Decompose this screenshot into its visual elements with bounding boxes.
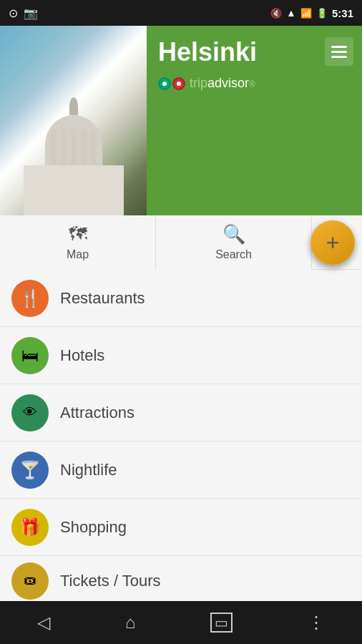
header: Helsinki tripadvisor® (0, 26, 362, 215)
nightlife-label: Nightlife (60, 461, 117, 479)
map-icon: 🗺 (69, 223, 87, 245)
status-bar: ⊙ 📷 🔇 ▲ 📶 🔋 5:31 (0, 0, 362, 26)
search-label: Search (215, 248, 252, 261)
recent-icon: ▭ (210, 613, 233, 633)
ta-circle-left (158, 77, 171, 90)
home-button[interactable]: ⌂ (118, 605, 143, 640)
tickets-icon: 🎟 (11, 562, 49, 600)
fab-add-button[interactable]: + (310, 220, 355, 265)
status-right-icons: 🔇 ▲ 📶 🔋 5:31 (270, 7, 353, 19)
status-left-icons: ⊙ 📷 (9, 6, 38, 20)
tripadvisor-text: tripadvisor® (190, 76, 255, 91)
shopping-label: Shopping (60, 518, 127, 537)
ta-circle-right (172, 77, 185, 90)
tripadvisor-logo: tripadvisor® (158, 76, 351, 91)
more-icon: ⋮ (308, 613, 325, 633)
city-title: Helsinki (158, 37, 351, 67)
search-button[interactable]: 🔍 Search (156, 215, 312, 270)
recent-button[interactable]: ▭ (203, 605, 240, 640)
clock: 5:31 (332, 7, 353, 19)
category-item-attractions[interactable]: 👁 Attractions (0, 384, 362, 441)
category-item-restaurants[interactable]: 🍴 Restaurants (0, 270, 362, 327)
city-image (0, 26, 147, 215)
fab-plus-icon: + (326, 231, 340, 254)
map-label: Map (67, 248, 89, 261)
ta-circles (158, 77, 185, 90)
restaurants-icon: 🍴 (11, 280, 49, 317)
menu-lines-icon (331, 46, 347, 58)
more-button[interactable]: ⋮ (300, 605, 332, 640)
attractions-label: Attractions (60, 404, 134, 422)
search-icon: 🔍 (222, 223, 245, 245)
map-button[interactable]: 🗺 Map (0, 215, 156, 270)
nav-bar: ◁ ⌂ ▭ ⋮ (0, 601, 362, 644)
signal-icon: 📶 (300, 8, 312, 19)
wifi-icon: ▲ (286, 7, 296, 19)
nightlife-icon: 🍸 (11, 452, 49, 489)
shopping-icon: 🎁 (11, 509, 49, 546)
camera-icon: 📷 (24, 6, 38, 20)
category-item-hotels[interactable]: 🛏 Hotels (0, 327, 362, 384)
category-item-nightlife[interactable]: 🍸 Nightlife (0, 441, 362, 499)
tickets-label: Tickets / Tours (60, 572, 161, 590)
header-info: Helsinki tripadvisor® (147, 26, 362, 215)
back-button[interactable]: ◁ (30, 605, 57, 640)
category-item-shopping[interactable]: 🎁 Shopping (0, 499, 362, 556)
hotels-icon: 🛏 (11, 337, 49, 374)
alarm-icon: ⊙ (9, 6, 18, 20)
hotels-label: Hotels (60, 346, 104, 365)
mute-icon: 🔇 (270, 8, 282, 19)
menu-button[interactable] (325, 37, 353, 66)
back-icon: ◁ (37, 613, 50, 633)
attractions-icon: 👁 (11, 394, 49, 431)
restaurants-label: Restaurants (60, 289, 145, 308)
category-item-tickets[interactable]: 🎟 Tickets / Tours (0, 556, 362, 606)
battery-icon: 🔋 (316, 8, 328, 19)
category-list: 🍴 Restaurants 🛏 Hotels 👁 Attractions 🍸 N… (0, 270, 362, 606)
home-icon: ⌂ (125, 613, 136, 633)
action-bar: 🗺 Map 🔍 Search + (0, 215, 362, 270)
